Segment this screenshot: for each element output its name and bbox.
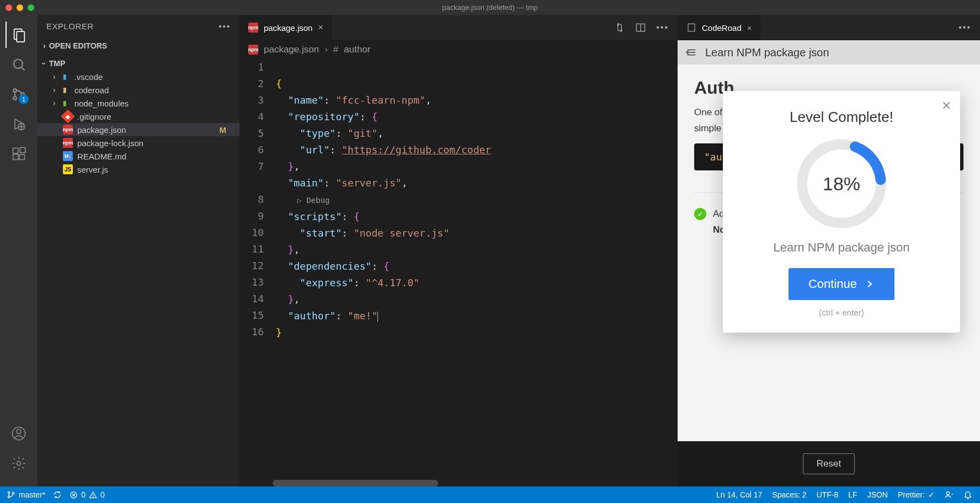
- line-gutter: 12345678910111213141516: [239, 59, 276, 486]
- status-branch[interactable]: master*: [7, 490, 45, 499]
- tree-file-readme[interactable]: M↓ README.md: [38, 149, 239, 163]
- close-modal-icon[interactable]: ✕: [941, 99, 951, 113]
- debug-icon[interactable]: [6, 111, 32, 137]
- status-feedback-icon[interactable]: [945, 490, 954, 499]
- tree-label: .gitignore: [77, 112, 111, 121]
- code-editor[interactable]: 12345678910111213141516 { "name": "fcc-l…: [239, 59, 678, 486]
- close-window[interactable]: [6, 4, 12, 11]
- debug-codelens[interactable]: Debug: [306, 196, 329, 205]
- check-icon: ✓: [928, 490, 935, 499]
- folder-section[interactable]: › TMP: [38, 57, 239, 70]
- modal-hint: (ctrl + enter): [739, 308, 944, 317]
- open-editors-label: OPEN EDITORS: [49, 41, 108, 50]
- breadcrumb-separator: ›: [324, 44, 328, 55]
- status-sync[interactable]: [53, 490, 62, 499]
- svg-point-27: [8, 496, 9, 497]
- tree-folder-node-modules[interactable]: › ▮ node_modules: [38, 97, 239, 110]
- status-cursor-position[interactable]: Ln 14, Col 17: [716, 490, 762, 499]
- search-icon[interactable]: [6, 51, 32, 78]
- git-icon: ◆: [61, 109, 74, 123]
- folder-name: TMP: [49, 59, 66, 68]
- tree-folder-vscode[interactable]: › ▮ .vscode: [38, 70, 239, 83]
- branch-name: master*: [19, 490, 45, 499]
- close-tab-icon[interactable]: ×: [318, 23, 323, 33]
- code-content[interactable]: { "name": "fcc-learn-npm", "repository":…: [276, 59, 678, 486]
- status-prettier[interactable]: Prettier: ✓: [898, 490, 935, 499]
- sidebar: EXPLORER ••• › OPEN EDITORS › TMP › ▮ .v…: [38, 15, 239, 486]
- side-panel: CodeRoad × ••• Learn NPM package json Au…: [678, 15, 980, 486]
- coderoad-body: Auth One of the … file is the author and…: [678, 65, 980, 441]
- reset-button[interactable]: Reset: [803, 453, 855, 474]
- sidebar-more-icon[interactable]: •••: [219, 22, 231, 31]
- settings-icon[interactable]: [6, 450, 32, 477]
- tree-label: README.md: [77, 152, 126, 161]
- continue-label: Continue: [808, 277, 857, 291]
- svg-rect-14: [20, 147, 25, 152]
- modified-badge: M: [220, 125, 227, 135]
- status-bell-icon[interactable]: [963, 490, 972, 499]
- modal-subtitle: Learn NPM package json: [739, 240, 944, 255]
- js-icon: JS: [63, 164, 73, 174]
- tree-label: node_modules: [74, 99, 129, 108]
- chevron-right-icon: ›: [53, 85, 56, 94]
- tab-actions: •••: [605, 15, 678, 40]
- warning-icon: [89, 491, 97, 499]
- panel-tab-label: CodeRoad: [702, 23, 742, 33]
- chevron-down-icon: ›: [40, 62, 49, 65]
- maximize-window[interactable]: [28, 4, 34, 11]
- status-eol[interactable]: LF: [848, 490, 857, 499]
- window-controls: [6, 4, 34, 11]
- sync-icon: [53, 490, 62, 499]
- open-editors-section[interactable]: › OPEN EDITORS: [38, 39, 239, 52]
- source-control-icon[interactable]: 1: [6, 81, 32, 108]
- svg-point-34: [93, 496, 93, 497]
- tree-file-package-json[interactable]: npm package.json M: [38, 123, 239, 136]
- prettier-label: Prettier:: [898, 490, 925, 499]
- compare-changes-icon[interactable]: [614, 22, 625, 33]
- extensions-icon[interactable]: [6, 141, 32, 167]
- panel-more-icon[interactable]: •••: [958, 23, 971, 33]
- folder-icon: ▮: [60, 98, 70, 108]
- status-problems[interactable]: 0 0: [70, 490, 105, 499]
- horizontal-scrollbar[interactable]: [273, 480, 438, 486]
- tree-file-server-js[interactable]: JS server.js: [38, 163, 239, 176]
- svg-rect-11: [13, 148, 18, 153]
- error-count: 0: [81, 490, 86, 499]
- svg-point-28: [12, 493, 14, 494]
- account-icon[interactable]: [6, 420, 32, 447]
- error-icon: [70, 491, 78, 499]
- minimize-window[interactable]: [17, 4, 23, 11]
- tree-folder-coderoad[interactable]: › ▮ coderoad: [38, 83, 239, 97]
- breadcrumb[interactable]: npm package.json › # author: [239, 40, 678, 59]
- text-cursor: [377, 312, 378, 322]
- status-encoding[interactable]: UTF-8: [817, 490, 839, 499]
- svg-point-2: [14, 60, 23, 68]
- tree-file-package-lock[interactable]: npm package-lock.json: [38, 136, 239, 149]
- coderoad-footer: Reset: [678, 441, 980, 486]
- npm-icon: npm: [248, 45, 258, 55]
- more-actions-icon[interactable]: •••: [656, 23, 669, 33]
- titlebar: package.json (deleted) — tmp: [0, 0, 980, 15]
- status-indent[interactable]: Spaces: 2: [772, 490, 806, 499]
- svg-point-17: [17, 462, 21, 465]
- close-panel-tab-icon[interactable]: ×: [747, 23, 752, 33]
- svg-rect-12: [13, 154, 18, 159]
- explorer-icon[interactable]: [6, 22, 32, 48]
- continue-button[interactable]: Continue: [789, 268, 894, 300]
- menu-icon[interactable]: [685, 46, 697, 58]
- chevron-right-icon: [865, 279, 875, 289]
- status-language[interactable]: JSON: [867, 490, 888, 499]
- split-editor-icon[interactable]: [635, 22, 646, 33]
- progress-percent: 18%: [823, 173, 860, 195]
- modal-title: Level Complete!: [739, 109, 944, 126]
- panel-tab-coderoad[interactable]: CodeRoad ×: [678, 15, 760, 40]
- tree-file-gitignore[interactable]: ◆ .gitignore: [38, 110, 239, 123]
- chevron-right-icon: ›: [43, 41, 46, 50]
- tree-label: .vscode: [74, 72, 103, 82]
- svg-point-4: [13, 89, 17, 92]
- activitybar: 1: [0, 15, 38, 486]
- editor-tab-package-json[interactable]: npm package.json ×: [239, 15, 333, 40]
- tab-label: package.json: [264, 23, 312, 33]
- breadcrumb-file: package.json: [264, 44, 319, 55]
- markdown-icon: M↓: [63, 151, 73, 161]
